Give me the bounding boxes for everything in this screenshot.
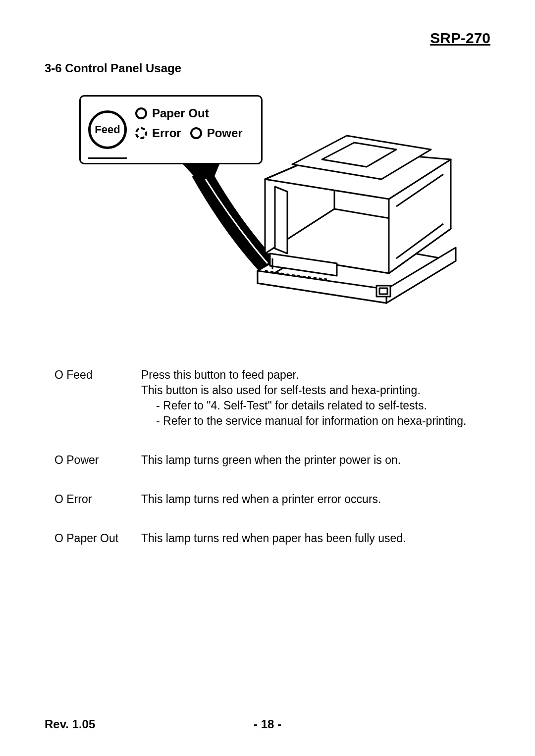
error-label: Error [152,126,181,140]
feed-button-graphic: Feed [88,110,127,149]
paper-out-led-icon [135,107,147,119]
feed-line3: - Refer to "4. Self-Test" for details re… [141,398,466,413]
feed-button-label: Feed [95,123,120,136]
control-panel-callout: Feed Paper Out Error Power [79,95,263,164]
desc-row-paperout: O Paper Out This lamp turns red when pap… [54,531,490,546]
error-led-icon [135,127,147,139]
svg-rect-15 [379,288,387,294]
footer-page-number: - 18 - [254,717,281,731]
power-label: Power [207,126,243,140]
footer-revision: Rev. 1.05 [45,717,95,731]
power-led-icon [190,127,202,139]
section-title: 3-6 Control Panel Usage [45,61,490,75]
desc-row-power: O Power This lamp turns green when the p… [54,453,490,468]
svg-marker-11 [275,187,287,253]
paperout-line1: This lamp turns red when paper has been … [141,531,406,546]
feed-line4: - Refer to the service manual for inform… [141,413,466,429]
error-line1: This lamp turns red when a printer error… [141,492,381,507]
desc-row-error: O Error This lamp turns red when a print… [54,492,490,507]
power-line1: This lamp turns green when the printer p… [141,453,401,468]
feed-line1: Press this button to feed paper. [141,367,466,383]
desc-label-paperout: O Paper Out [54,531,141,546]
panel-accent-line [88,157,127,159]
desc-label-error: O Error [54,492,141,507]
figure-control-panel: Feed Paper Out Error Power [64,95,471,313]
desc-label-power: O Power [54,453,141,468]
paper-out-label: Paper Out [152,106,209,120]
desc-label-feed: O Feed [54,367,141,429]
feed-line2: This button is also used for self-tests … [141,383,466,398]
desc-row-feed: O Feed Press this button to feed paper. … [54,367,490,429]
description-list: O Feed Press this button to feed paper. … [54,367,490,546]
model-title: SRP-270 [45,30,490,47]
